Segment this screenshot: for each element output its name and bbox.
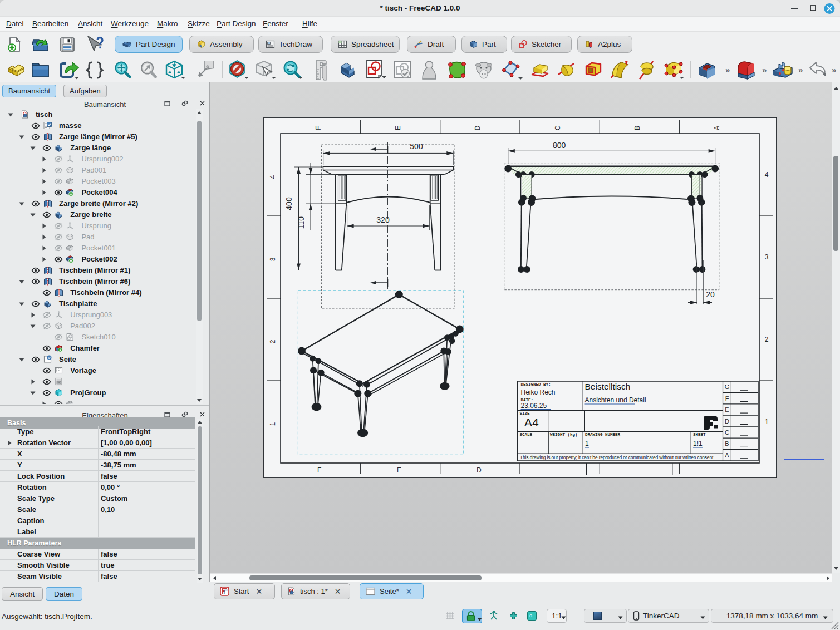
svg-text:Heiko Rech: Heiko Rech — [521, 388, 556, 396]
svg-text:F: F — [317, 466, 321, 474]
svg-text:A: A — [713, 126, 721, 130]
svg-text:DRAWING NUMBER: DRAWING NUMBER — [585, 432, 621, 437]
svg-text:Beistelltisch: Beistelltisch — [585, 382, 631, 391]
svg-text:1: 1 — [765, 418, 769, 426]
svg-text:C: C — [554, 125, 562, 130]
svg-text:F: F — [725, 395, 729, 402]
svg-text:DESIGNED BY:: DESIGNED BY: — [521, 382, 551, 387]
svg-text:D: D — [474, 125, 482, 130]
svg-text:This drawing is our property;: This drawing is our property; it can't b… — [520, 455, 714, 460]
svg-text:23.06.25: 23.06.25 — [521, 402, 547, 410]
svg-text:320: 320 — [376, 215, 390, 224]
svg-text:SHEET: SHEET — [693, 432, 706, 437]
svg-text:800: 800 — [553, 141, 566, 150]
svg-text:F: F — [315, 126, 322, 130]
svg-text:4: 4 — [765, 171, 769, 179]
svg-text:1: 1 — [269, 422, 277, 426]
svg-text:D: D — [725, 418, 729, 425]
svg-text:3: 3 — [269, 257, 277, 261]
svg-text:B: B — [725, 440, 729, 447]
svg-text:2: 2 — [269, 339, 277, 343]
svg-text:SIZE: SIZE — [520, 411, 530, 416]
svg-text:G: G — [725, 383, 730, 390]
svg-text:2: 2 — [765, 336, 769, 343]
svg-text:Ansichten und Detail: Ansichten und Detail — [585, 396, 646, 404]
svg-text:A: A — [725, 452, 729, 459]
svg-text:1!1: 1!1 — [693, 440, 703, 447]
svg-text:500: 500 — [410, 142, 423, 151]
svg-text:1: 1 — [585, 440, 589, 447]
svg-text:E: E — [394, 126, 402, 130]
svg-text:E: E — [397, 466, 401, 474]
svg-text:A4: A4 — [524, 416, 539, 429]
svg-text:4: 4 — [269, 175, 277, 179]
svg-text:E: E — [725, 406, 729, 413]
svg-text:400: 400 — [284, 197, 293, 210]
svg-text:B: B — [633, 126, 641, 130]
svg-text:110: 110 — [297, 216, 306, 229]
svg-text:WEIGHT (kg): WEIGHT (kg) — [550, 432, 578, 437]
svg-text:C: C — [725, 429, 729, 436]
svg-text:SCALE: SCALE — [520, 432, 533, 437]
svg-text:3: 3 — [765, 253, 769, 261]
svg-text:20: 20 — [706, 290, 715, 299]
svg-text:D: D — [477, 466, 482, 474]
